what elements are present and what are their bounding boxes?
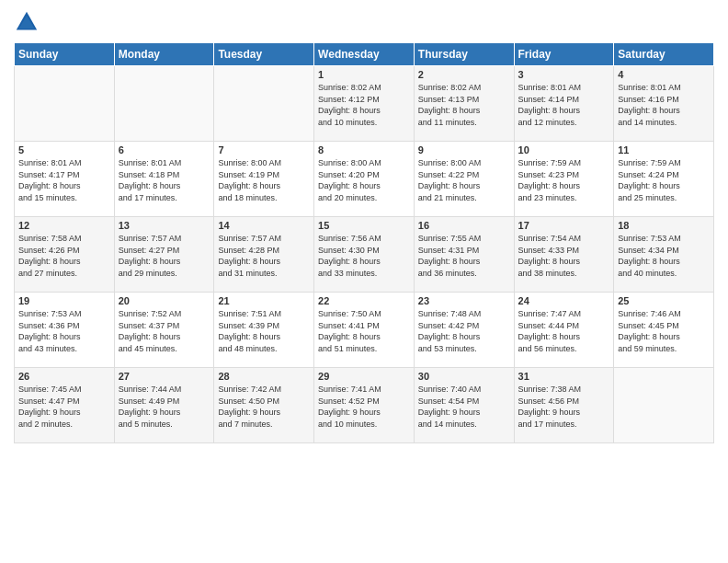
day-number: 29 [318, 371, 410, 382]
calendar-cell: 28Sunrise: 7:42 AM Sunset: 4:50 PM Dayli… [214, 368, 314, 443]
day-info: Sunrise: 7:53 AM Sunset: 4:34 PM Dayligh… [618, 233, 710, 279]
calendar-cell: 15Sunrise: 7:56 AM Sunset: 4:30 PM Dayli… [314, 217, 415, 293]
day-number: 12 [18, 220, 110, 231]
week-row-4: 19Sunrise: 7:53 AM Sunset: 4:36 PM Dayli… [15, 293, 714, 368]
day-info: Sunrise: 7:53 AM Sunset: 4:36 PM Dayligh… [18, 308, 110, 354]
logo [14, 9, 43, 35]
calendar-cell: 21Sunrise: 7:51 AM Sunset: 4:39 PM Dayli… [214, 293, 314, 368]
calendar-cell: 5Sunrise: 8:01 AM Sunset: 4:17 PM Daylig… [15, 142, 115, 217]
calendar-cell: 6Sunrise: 8:01 AM Sunset: 4:18 PM Daylig… [114, 142, 214, 217]
calendar-cell [214, 66, 314, 142]
day-info: Sunrise: 8:00 AM Sunset: 4:20 PM Dayligh… [318, 157, 410, 203]
day-info: Sunrise: 7:52 AM Sunset: 4:37 PM Dayligh… [119, 308, 210, 354]
day-number: 26 [18, 371, 110, 382]
day-number: 2 [418, 69, 510, 80]
calendar-cell: 29Sunrise: 7:41 AM Sunset: 4:52 PM Dayli… [314, 368, 415, 443]
calendar-cell: 8Sunrise: 8:00 AM Sunset: 4:20 PM Daylig… [314, 142, 415, 217]
calendar-cell: 17Sunrise: 7:54 AM Sunset: 4:33 PM Dayli… [514, 217, 614, 293]
day-number: 17 [518, 220, 610, 231]
day-info: Sunrise: 7:44 AM Sunset: 4:49 PM Dayligh… [119, 384, 210, 430]
day-info: Sunrise: 7:47 AM Sunset: 4:44 PM Dayligh… [518, 308, 610, 354]
calendar-cell: 18Sunrise: 7:53 AM Sunset: 4:34 PM Dayli… [614, 217, 714, 293]
weekday-header-saturday: Saturday [614, 43, 714, 66]
weekday-header-thursday: Thursday [414, 43, 514, 66]
day-number: 14 [218, 220, 310, 231]
week-row-5: 26Sunrise: 7:45 AM Sunset: 4:47 PM Dayli… [15, 368, 714, 443]
day-number: 8 [318, 144, 410, 155]
weekday-header-monday: Monday [114, 43, 214, 66]
day-info: Sunrise: 8:01 AM Sunset: 4:17 PM Dayligh… [18, 157, 110, 203]
calendar-cell: 24Sunrise: 7:47 AM Sunset: 4:44 PM Dayli… [514, 293, 614, 368]
day-number: 9 [418, 144, 510, 155]
day-number: 3 [518, 69, 610, 80]
calendar-cell: 25Sunrise: 7:46 AM Sunset: 4:45 PM Dayli… [614, 293, 714, 368]
calendar-cell: 26Sunrise: 7:45 AM Sunset: 4:47 PM Dayli… [15, 368, 115, 443]
day-info: Sunrise: 7:55 AM Sunset: 4:31 PM Dayligh… [418, 233, 510, 279]
calendar-cell: 19Sunrise: 7:53 AM Sunset: 4:36 PM Dayli… [15, 293, 115, 368]
weekday-header-row: SundayMondayTuesdayWednesdayThursdayFrid… [15, 43, 714, 66]
day-info: Sunrise: 8:00 AM Sunset: 4:22 PM Dayligh… [418, 157, 510, 203]
weekday-header-wednesday: Wednesday [314, 43, 415, 66]
calendar-cell: 11Sunrise: 7:59 AM Sunset: 4:24 PM Dayli… [614, 142, 714, 217]
day-number: 13 [119, 220, 210, 231]
day-number: 30 [418, 371, 510, 382]
day-number: 15 [318, 220, 410, 231]
day-info: Sunrise: 8:01 AM Sunset: 4:14 PM Dayligh… [518, 82, 610, 128]
week-row-1: 1Sunrise: 8:02 AM Sunset: 4:12 PM Daylig… [15, 66, 714, 142]
calendar: SundayMondayTuesdayWednesdayThursdayFrid… [14, 42, 714, 443]
day-info: Sunrise: 7:57 AM Sunset: 4:27 PM Dayligh… [119, 233, 210, 279]
day-info: Sunrise: 7:42 AM Sunset: 4:50 PM Dayligh… [218, 384, 310, 430]
day-info: Sunrise: 7:59 AM Sunset: 4:24 PM Dayligh… [618, 157, 710, 203]
day-number: 27 [119, 371, 210, 382]
day-info: Sunrise: 7:59 AM Sunset: 4:23 PM Dayligh… [518, 157, 610, 203]
day-info: Sunrise: 8:02 AM Sunset: 4:12 PM Dayligh… [318, 82, 410, 128]
day-number: 6 [119, 144, 210, 155]
calendar-cell [114, 66, 214, 142]
day-info: Sunrise: 7:54 AM Sunset: 4:33 PM Dayligh… [518, 233, 610, 279]
day-info: Sunrise: 7:56 AM Sunset: 4:30 PM Dayligh… [318, 233, 410, 279]
calendar-cell [15, 66, 115, 142]
day-info: Sunrise: 7:45 AM Sunset: 4:47 PM Dayligh… [18, 384, 110, 430]
day-number: 11 [618, 144, 710, 155]
logo-icon [14, 9, 40, 35]
day-info: Sunrise: 8:02 AM Sunset: 4:13 PM Dayligh… [418, 82, 510, 128]
day-number: 18 [618, 220, 710, 231]
calendar-cell: 7Sunrise: 8:00 AM Sunset: 4:19 PM Daylig… [214, 142, 314, 217]
calendar-cell: 1Sunrise: 8:02 AM Sunset: 4:12 PM Daylig… [314, 66, 415, 142]
calendar-cell: 16Sunrise: 7:55 AM Sunset: 4:31 PM Dayli… [414, 217, 514, 293]
day-number: 25 [618, 295, 710, 306]
calendar-cell [614, 368, 714, 443]
day-number: 28 [218, 371, 310, 382]
day-number: 24 [518, 295, 610, 306]
calendar-cell: 22Sunrise: 7:50 AM Sunset: 4:41 PM Dayli… [314, 293, 415, 368]
day-number: 4 [618, 69, 710, 80]
calendar-cell: 27Sunrise: 7:44 AM Sunset: 4:49 PM Dayli… [114, 368, 214, 443]
weekday-header-friday: Friday [514, 43, 614, 66]
day-info: Sunrise: 7:40 AM Sunset: 4:54 PM Dayligh… [418, 384, 510, 430]
weekday-header-sunday: Sunday [15, 43, 115, 66]
calendar-cell: 13Sunrise: 7:57 AM Sunset: 4:27 PM Dayli… [114, 217, 214, 293]
day-info: Sunrise: 7:41 AM Sunset: 4:52 PM Dayligh… [318, 384, 410, 430]
page-header [14, 9, 714, 35]
day-number: 21 [218, 295, 310, 306]
day-info: Sunrise: 7:38 AM Sunset: 4:56 PM Dayligh… [518, 384, 610, 430]
week-row-2: 5Sunrise: 8:01 AM Sunset: 4:17 PM Daylig… [15, 142, 714, 217]
day-info: Sunrise: 7:58 AM Sunset: 4:26 PM Dayligh… [18, 233, 110, 279]
day-number: 19 [18, 295, 110, 306]
calendar-cell: 3Sunrise: 8:01 AM Sunset: 4:14 PM Daylig… [514, 66, 614, 142]
day-number: 1 [318, 69, 410, 80]
day-number: 23 [418, 295, 510, 306]
day-number: 10 [518, 144, 610, 155]
calendar-cell: 23Sunrise: 7:48 AM Sunset: 4:42 PM Dayli… [414, 293, 514, 368]
calendar-cell: 20Sunrise: 7:52 AM Sunset: 4:37 PM Dayli… [114, 293, 214, 368]
day-number: 20 [119, 295, 210, 306]
day-info: Sunrise: 8:01 AM Sunset: 4:16 PM Dayligh… [618, 82, 710, 128]
day-info: Sunrise: 8:00 AM Sunset: 4:19 PM Dayligh… [218, 157, 310, 203]
day-number: 22 [318, 295, 410, 306]
calendar-cell: 14Sunrise: 7:57 AM Sunset: 4:28 PM Dayli… [214, 217, 314, 293]
day-info: Sunrise: 7:48 AM Sunset: 4:42 PM Dayligh… [418, 308, 510, 354]
page-container: SundayMondayTuesdayWednesdayThursdayFrid… [0, 0, 728, 563]
day-number: 7 [218, 144, 310, 155]
day-info: Sunrise: 7:50 AM Sunset: 4:41 PM Dayligh… [318, 308, 410, 354]
day-info: Sunrise: 7:57 AM Sunset: 4:28 PM Dayligh… [218, 233, 310, 279]
